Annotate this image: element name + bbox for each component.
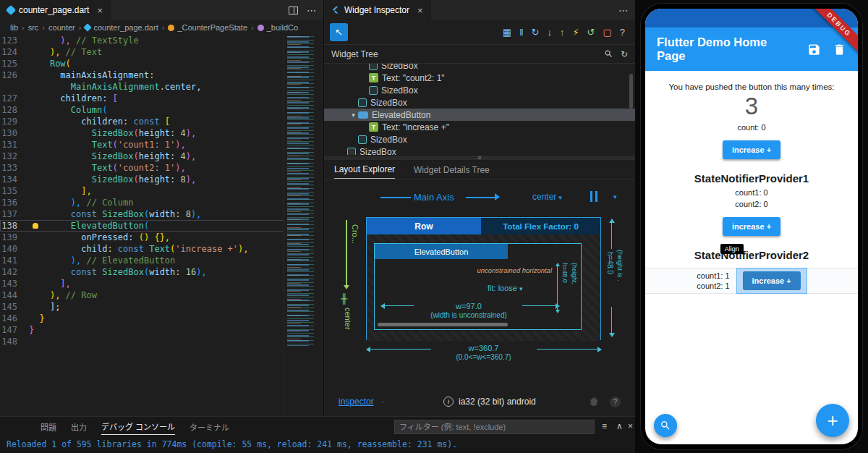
splitter-handle[interactable]: ≡ bbox=[324, 155, 635, 161]
chevron-down-icon[interactable]: ▾ bbox=[349, 111, 358, 119]
tree-item-6[interactable]: SizedBox bbox=[324, 133, 635, 145]
filter-icon[interactable]: ≡ bbox=[602, 421, 607, 431]
increase-button-1[interactable]: increase + bbox=[723, 140, 780, 159]
code-line[interactable]: 132 SizedBox(height: 4), bbox=[0, 151, 323, 162]
code-line[interactable]: 143 ], bbox=[0, 278, 323, 289]
panel-tab-2[interactable]: デバッグ コンソール bbox=[101, 418, 175, 435]
scrollbar[interactable] bbox=[629, 74, 633, 109]
code-line[interactable]: 124 ), // Text bbox=[0, 46, 323, 58]
code-line[interactable]: 141 ), // ElevatedButton bbox=[0, 255, 323, 266]
bug-icon[interactable] bbox=[588, 396, 600, 407]
help-icon[interactable]: ? bbox=[610, 397, 621, 407]
code-line[interactable]: 133 Text('count2: 1'), bbox=[0, 162, 323, 174]
code-line[interactable]: 135 ], bbox=[0, 185, 323, 197]
elevatedbutton-widget-box[interactable]: ElevatedButton unconstrained horizontal … bbox=[374, 243, 582, 330]
code-line[interactable]: 123 ), // TextStyle bbox=[0, 35, 323, 46]
panel-tab-3[interactable]: ターミナル bbox=[190, 418, 229, 435]
tree-item-3[interactable]: SizedBox bbox=[324, 96, 635, 109]
increase-button-3[interactable]: increase + bbox=[743, 271, 801, 290]
code-line[interactable]: 145 ]; bbox=[0, 301, 323, 313]
row-widget-box[interactable]: Row Total Flex Factor: 0 ElevatedButton … bbox=[366, 217, 601, 340]
more-actions-icon[interactable]: ⋯ bbox=[307, 5, 316, 16]
stop-icon[interactable]: ▢ bbox=[603, 27, 611, 38]
code-line[interactable]: 142 const SizedBox(width: 16), bbox=[0, 266, 323, 278]
code-line[interactable]: 136 ), // Column bbox=[0, 197, 323, 208]
more-actions-icon[interactable]: ⋯ bbox=[618, 5, 628, 16]
code-line[interactable]: 127 children: [ bbox=[0, 93, 323, 104]
code-line[interactable]: 147} bbox=[0, 324, 323, 336]
panel-tab-1[interactable]: 出力 bbox=[71, 418, 87, 435]
close-icon[interactable]: × bbox=[417, 5, 423, 16]
code-line[interactable]: MainAxisAlignment.center, bbox=[0, 81, 323, 93]
code-line[interactable]: 131 Text('count1: 1'), bbox=[0, 139, 323, 151]
step-into-icon[interactable]: ↓ bbox=[547, 27, 552, 38]
breadcrumb-item-5[interactable]: _buildCo bbox=[258, 23, 298, 32]
tree-item-4[interactable]: ▾ElevatedButton bbox=[324, 109, 635, 121]
increase-button-2[interactable]: increase + bbox=[723, 217, 780, 236]
editor-tab-actions: ⋯ bbox=[289, 0, 323, 20]
refresh-icon[interactable]: ↻ bbox=[621, 49, 628, 59]
fit-dropdown[interactable]: fit: loose▾ bbox=[488, 284, 523, 292]
code-line[interactable]: 129 children: const [ bbox=[0, 116, 323, 127]
code-line[interactable]: 126 mainAxisAlignment: bbox=[0, 69, 323, 81]
inspector-link[interactable]: inspector bbox=[339, 397, 374, 407]
code-line[interactable]: 138 ElevatedButton( bbox=[0, 220, 323, 232]
breadcrumb-item-2[interactable]: counter bbox=[48, 23, 75, 32]
tab-counter-page-dart[interactable]: counter_page.dart × bbox=[0, 0, 111, 20]
code-line[interactable]: 137 const SizedBox(width: 8), bbox=[0, 208, 323, 220]
breadcrumb-item-1[interactable]: src bbox=[28, 23, 39, 32]
breadcrumb-item-0[interactable]: lib bbox=[10, 23, 18, 32]
elevatedbutton-widget-label[interactable]: ElevatedButton bbox=[375, 244, 508, 259]
line-number: 133 bbox=[0, 162, 29, 174]
tree-item-1[interactable]: TText: "count2: 1" bbox=[324, 72, 635, 84]
widget-tree[interactable]: SizedBoxTText: "count2: 1"SizedBoxSizedB… bbox=[324, 64, 635, 155]
help-icon[interactable]: ? bbox=[620, 27, 625, 38]
cross-axis-alignment-dropdown[interactable]: ▾ bbox=[613, 193, 617, 200]
breadcrumb-item-3[interactable]: counter_page.dart bbox=[85, 23, 158, 32]
collapse-panel-icon[interactable]: ∧ bbox=[616, 421, 623, 431]
code-line[interactable]: 144 ), // Row bbox=[0, 289, 323, 301]
filter-input[interactable] bbox=[394, 420, 595, 434]
layout-grid-icon[interactable]: ▦ bbox=[503, 27, 511, 38]
tab-layout-explorer[interactable]: Layout Explorer bbox=[334, 161, 395, 179]
row-widget-label[interactable]: Row bbox=[367, 218, 481, 234]
step-out-icon[interactable]: ↑ bbox=[560, 27, 565, 38]
inspector-select-fab[interactable] bbox=[654, 414, 677, 437]
minimap[interactable] bbox=[283, 35, 323, 416]
tree-item-7[interactable]: SizedBox bbox=[324, 145, 635, 155]
step-over-icon[interactable]: ↻ bbox=[532, 27, 540, 38]
hot-reload-icon[interactable]: ⚡ bbox=[572, 27, 579, 38]
code-line[interactable]: 125 Row( bbox=[0, 58, 323, 69]
delete-icon[interactable] bbox=[833, 43, 846, 56]
search-icon[interactable] bbox=[604, 49, 613, 59]
code-line[interactable]: 139 onPressed: () {}, bbox=[0, 232, 323, 243]
tree-item-0[interactable]: SizedBox bbox=[324, 64, 635, 72]
code-line[interactable]: 140 child: const Text('increase +'), bbox=[0, 243, 323, 255]
save-icon[interactable] bbox=[807, 43, 821, 56]
code-line[interactable]: 146 } bbox=[0, 313, 323, 324]
breadcrumb[interactable]: lib›src›counter›counter_page.dart›_Count… bbox=[0, 20, 323, 35]
panel-tab-0[interactable]: 問題 bbox=[41, 418, 56, 435]
code-line[interactable]: 134 SizedBox(height: 8), bbox=[0, 174, 323, 185]
push-text: You have pushed the button this many tim… bbox=[645, 82, 858, 91]
increment-fab[interactable]: + bbox=[816, 404, 849, 437]
code-line[interactable]: 148 bbox=[0, 336, 323, 347]
tab-widget-inspector[interactable]: Widget Inspector × bbox=[324, 0, 431, 20]
tree-item-2[interactable]: SizedBox bbox=[324, 84, 635, 96]
tree-item-5[interactable]: TText: "increase +" bbox=[324, 121, 635, 133]
pause-icon[interactable]: ‖ bbox=[519, 27, 523, 38]
lightbulb-icon[interactable] bbox=[33, 223, 38, 229]
close-icon[interactable]: × bbox=[97, 5, 103, 16]
tab-widget-details-tree[interactable]: Widget Details Tree bbox=[414, 161, 490, 179]
breadcrumb-item-4[interactable]: _CounterPageState bbox=[168, 23, 247, 32]
select-widget-mode-button[interactable]: ↖ bbox=[330, 23, 348, 41]
scrollbar[interactable] bbox=[378, 323, 508, 326]
code-line[interactable]: 128 Column( bbox=[0, 104, 323, 116]
code-text: } bbox=[29, 313, 45, 324]
split-editor-icon[interactable] bbox=[289, 7, 298, 14]
code-line[interactable]: 130 SizedBox(height: 4), bbox=[0, 127, 323, 139]
hot-restart-icon[interactable]: ↺ bbox=[587, 27, 595, 38]
close-panel-icon[interactable]: × bbox=[628, 421, 633, 431]
code-area[interactable]: 123 ), // TextStyle124 ), // Text125 Row… bbox=[0, 35, 323, 416]
main-axis-alignment-dropdown[interactable]: center▾ bbox=[532, 192, 562, 202]
